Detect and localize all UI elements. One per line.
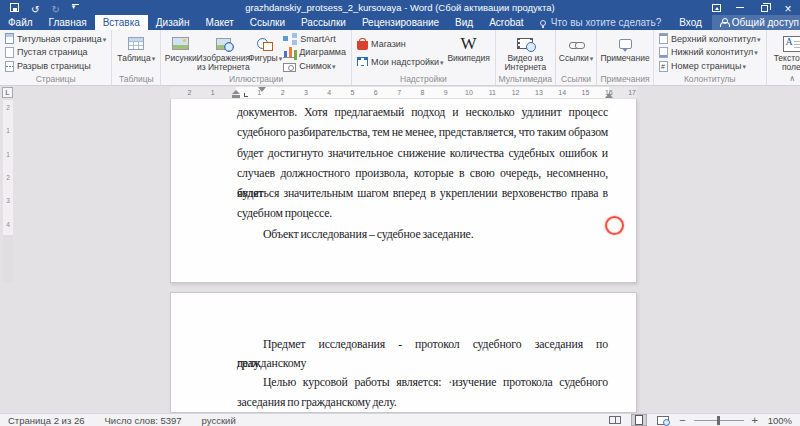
online-pictures-button[interactable]: Изображения из Интернета — [197, 32, 249, 73]
ruler-number: 16 — [605, 88, 613, 97]
share-button[interactable]: Общий доступ — [712, 15, 800, 30]
ruler-number: 8 — [420, 88, 424, 97]
header-button[interactable]: Верхний колонтитул — [657, 32, 763, 45]
footer-button[interactable]: Нижний колонтитул — [657, 46, 763, 59]
language-indicator[interactable]: русский — [202, 415, 236, 426]
save-icon — [10, 3, 19, 12]
lightbulb-icon — [540, 20, 546, 26]
ruler-number: 17 — [628, 88, 636, 97]
tab-Макет[interactable]: Макет — [197, 15, 241, 30]
smartart-icon — [283, 33, 297, 45]
shapes-button[interactable]: Фигуры — [249, 32, 281, 73]
sign-in-button[interactable]: Вход — [669, 15, 712, 30]
ruler-number: 1 — [257, 88, 261, 97]
ruler-number: 4 — [3, 221, 13, 228]
ribbon-group-label: Страницы — [3, 73, 108, 85]
text-box-button[interactable]: Текстовое поле — [770, 32, 800, 73]
redo-icon — [51, 0, 59, 17]
ribbon-group-label: Текст — [770, 73, 800, 85]
ribbon-group-label: Надстройки — [355, 73, 492, 85]
tab-selector[interactable] — [2, 87, 13, 98]
ribbon-group-media: Видео из Интернета Мультимедиа — [496, 30, 556, 85]
online-video-button[interactable]: Видео из Интернета — [502, 32, 548, 73]
collapse-ribbon-button[interactable] — [789, 74, 795, 83]
restore-icon — [761, 5, 768, 12]
ribbon: Титульная страница Пустая страница Разры… — [0, 30, 800, 86]
pictures-button[interactable]: Рисунки — [164, 32, 197, 73]
table-button[interactable]: Таблица — [115, 32, 157, 73]
shapes-icon — [257, 37, 273, 51]
tab-Рассылки[interactable]: Рассылки — [293, 15, 354, 30]
ruler-number: 3 — [3, 197, 13, 204]
share-label: Общий доступ — [732, 17, 799, 28]
comment-button[interactable]: Примечание — [600, 32, 650, 73]
zoom-slider-thumb[interactable] — [717, 416, 720, 425]
tab-Дизайн[interactable]: Дизайн — [148, 15, 198, 30]
smartart-button[interactable]: SmartArt — [281, 32, 348, 45]
page-break-button[interactable]: Разрыв страницы — [3, 60, 108, 73]
text-line: заседания по гражданскому делу. — [237, 393, 608, 412]
zoom-in-button[interactable]: + — [752, 415, 758, 426]
wikipedia-icon: W — [461, 35, 477, 52]
title-bar: grazhdanskiy_protsess_2_kursovaya - Word… — [0, 0, 800, 15]
customize-qat-button[interactable] — [72, 0, 79, 15]
document-page-2[interactable]: Предмет исследования - протокол судебног… — [170, 292, 637, 413]
blank-page-button[interactable]: Пустая страница — [3, 46, 108, 59]
screenshot-button[interactable]: Снимок — [281, 60, 348, 73]
tab-Главная[interactable]: Главная — [41, 15, 95, 30]
ruler-number: 5 — [3, 244, 13, 251]
status-bar: Страница 2 из 26 Число слов: 5397 русски… — [0, 413, 800, 426]
tab-Вставка[interactable]: Вставка — [95, 15, 148, 30]
ribbon-group-tables: Таблица Таблицы — [112, 30, 161, 85]
store-icon — [357, 41, 368, 50]
tab-Acrobat[interactable]: Acrobat — [481, 15, 531, 30]
save-button[interactable] — [10, 0, 19, 15]
chart-icon — [283, 46, 296, 58]
undo-button[interactable] — [31, 0, 39, 15]
cover-page-button[interactable]: Титульная страница — [3, 32, 108, 45]
links-button[interactable]: Ссылки — [559, 32, 593, 73]
ruler-number: 1 — [3, 151, 13, 158]
ribbon-tabs: ФайлГлавнаяВставкаДизайнМакетСсылкиРассы… — [0, 15, 532, 30]
web-layout-button[interactable] — [655, 414, 671, 426]
text-line: Целью курсовой работы является: ·изучени… — [237, 373, 608, 392]
tab-Вид[interactable]: Вид — [447, 15, 481, 30]
tab-Рецензирование[interactable]: Рецензирование — [354, 15, 447, 30]
read-mode-button[interactable] — [607, 414, 623, 426]
tell-me-label: Что вы хотите сделать? — [551, 17, 662, 28]
close-button[interactable] — [776, 0, 800, 15]
ribbon-group-links: Ссылки Ссылки — [556, 30, 597, 85]
wikipedia-button[interactable]: W Википедия — [446, 32, 492, 73]
ruler-number: 9 — [444, 88, 448, 97]
restore-button[interactable] — [752, 0, 776, 15]
page-number-button[interactable]: Номер страницы — [657, 60, 763, 73]
screenshot-icon — [283, 63, 296, 72]
redo-button[interactable] — [51, 0, 59, 15]
horizontal-ruler[interactable]: 121234567891011121314151617 — [170, 87, 637, 98]
chart-button[interactable]: Диаграмма — [281, 46, 348, 59]
zoom-level[interactable]: 100% — [766, 415, 792, 426]
print-layout-button[interactable] — [631, 414, 647, 426]
ruler-number: 5 — [351, 88, 355, 97]
left-indent-marker[interactable] — [232, 90, 240, 98]
text-line: случаев должностного произвола, которые … — [237, 163, 608, 183]
print-layout-icon — [635, 415, 643, 425]
undo-icon — [31, 0, 39, 17]
tab-Ссылки[interactable]: Ссылки — [242, 15, 293, 30]
page-indicator[interactable]: Страница 2 из 26 — [8, 415, 85, 426]
tab-Файл[interactable]: Файл — [0, 15, 41, 30]
document-page-1[interactable]: документов. Хотя предлагаемый подход и н… — [170, 99, 637, 283]
store-button[interactable]: Магазин — [355, 37, 446, 50]
ruler-number: 13 — [535, 88, 543, 97]
my-addins-button[interactable]: Мои надстройки — [355, 55, 446, 68]
header-icon — [659, 33, 668, 44]
word-count[interactable]: Число слов: 5397 — [105, 415, 182, 426]
minimize-button[interactable] — [728, 0, 752, 15]
tell-me-box[interactable]: Что вы хотите сделать? — [532, 15, 670, 30]
zoom-slider[interactable] — [694, 420, 744, 421]
tab-stop-marker[interactable] — [244, 93, 248, 97]
ruler-number: 14 — [558, 88, 566, 97]
vertical-ruler[interactable]: 2112345 — [3, 100, 13, 283]
zoom-out-button[interactable]: − — [679, 415, 685, 426]
ribbon-display-options-button[interactable] — [704, 0, 728, 15]
